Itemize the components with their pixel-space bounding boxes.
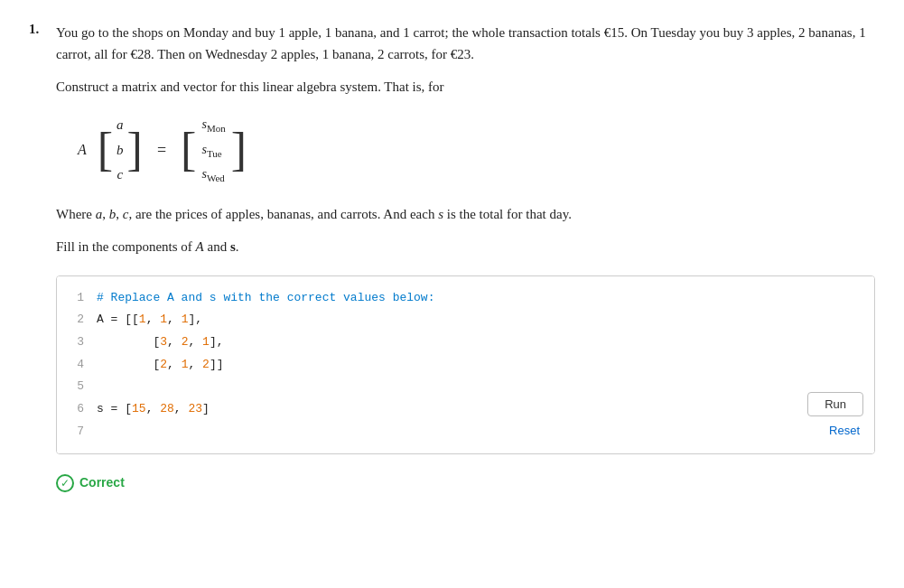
code-editor-container: 1 2 3 4 5 6 7 # Replace A and s with the… [56,275,875,455]
line-num-2: 2 [77,309,84,331]
check-circle-icon: ✓ [56,474,74,492]
run-reset-area: Run Reset [807,392,863,439]
code-line-7 [97,421,766,443]
line-num-6: 6 [77,398,84,421]
matrix-rhs: [ sMon sTue sWed ] [181,114,247,186]
matrix-var-a: a [116,114,124,137]
code-line-6: s = [15, 28, 23] [97,398,766,421]
vector-s-mon: sMon [201,114,225,136]
code-line-2: A = [[1, 1, 1], [97,309,766,331]
vector-s-wed: sWed [201,163,224,186]
line-num-5: 5 [77,376,84,398]
question-paragraph3: Where a, b, c, are the prices of apples,… [56,203,875,225]
reset-button[interactable]: Reset [825,422,863,439]
run-button[interactable]: Run [807,392,863,416]
vector-entries-col: sMon sTue sWed [196,114,230,186]
matrix-var-c: c [117,163,124,187]
line-num-3: 3 [77,331,84,354]
line-numbers: 1 2 3 4 5 6 7 [57,287,97,443]
equals-sign: = [157,137,166,163]
code-content[interactable]: # Replace A and s with the correct value… [97,287,874,443]
matrix-a-label: A [78,138,87,162]
code-editor-inner: 1 2 3 4 5 6 7 # Replace A and s with the… [57,276,874,454]
line-num-7: 7 [77,421,84,443]
checkmark-icon: ✓ [61,478,70,489]
bracket-left-rhs: [ [181,126,196,173]
matrix-var-b: b [116,139,124,163]
line-num-4: 4 [77,354,84,377]
question-block: 1. You go to the shops on Monday and buy… [29,22,875,493]
question-paragraph1: You go to the shops on Monday and buy 1 … [56,22,875,65]
question-number: 1. [29,22,47,493]
code-line-1: # Replace A and s with the correct value… [97,287,766,310]
bracket-right-rhs: ] [231,126,247,173]
question-text: You go to the shops on Monday and buy 1 … [56,22,875,493]
bracket-right-lhs: ] [127,126,143,173]
matrix-var-col: a b c [113,114,127,187]
question-paragraph4: Fill in the components of A and s. [56,236,875,257]
line-num-1: 1 [77,287,84,310]
correct-badge: ✓ Correct [56,472,875,492]
vector-s-tue: sTue [201,139,221,162]
code-line-5 [97,376,766,398]
matrix-equation: A [ a b c ] = [ sMon sTue sWed ] [78,114,875,187]
code-line-4: [2, 1, 2]] [97,354,766,377]
matrix-lhs: [ a b c ] [98,114,143,187]
correct-label: Correct [79,472,125,492]
code-line-3: [3, 2, 1], [97,331,766,354]
bracket-left-lhs: [ [98,126,113,173]
question-paragraph2: Construct a matrix and vector for this l… [56,76,875,98]
